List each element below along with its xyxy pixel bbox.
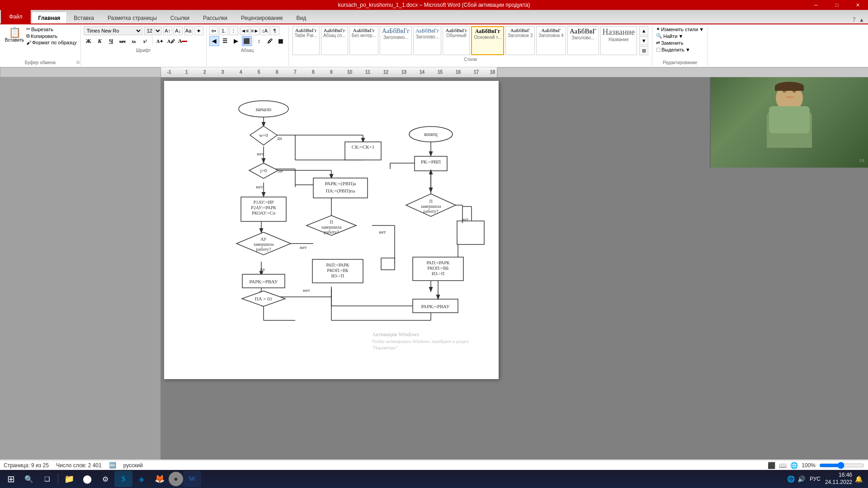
svg-text:j=0: j=0 [260,168,267,173]
tab-file[interactable]: Файл [1,10,31,23]
line-spacing-button[interactable]: ↕ [254,36,264,46]
superscript-button[interactable]: х² [140,36,150,46]
main-area: Int да не [0,77,868,460]
tab-mail[interactable]: Рассылки [196,12,234,23]
taskbar-separator-1 [58,474,58,484]
styles-scroll-down[interactable]: ▼ [639,36,648,45]
obs-button[interactable]: ● [169,472,183,486]
style-title[interactable]: Название Название [600,26,637,55]
underline-button[interactable]: Ч [106,36,116,46]
close-button[interactable]: ✕ [847,0,868,10]
font-label: Шрифт [84,47,203,53]
shading-button[interactable]: 🖊 [265,36,275,46]
style-heading4[interactable]: АаБбВвГ Заголовок 4 [536,26,566,55]
font-shrink-button[interactable]: A↓ [174,26,183,35]
tab-view[interactable]: Вид [290,12,313,23]
svg-text:15: 15 [438,70,443,75]
sort-button[interactable]: ↕A [260,26,269,35]
help-icon[interactable]: ? [853,16,855,23]
bullets-button[interactable]: ≡• [209,26,218,35]
svg-text:да: да [260,266,265,272]
tab-home[interactable]: Главная [32,12,67,24]
view-web-icon[interactable]: 🌐 [790,462,798,469]
highlight-button[interactable]: A🖊 [166,36,176,46]
borders-button[interactable]: ▦ [276,36,286,46]
paste-button[interactable]: 📋 Вставить [4,26,25,44]
task-view-button[interactable]: ❑ [38,471,56,487]
numbering-button[interactable]: 1. [219,26,228,35]
bold-button[interactable]: Ж [84,36,94,46]
clipboard-expand-icon[interactable]: ⧉ [76,60,80,65]
font-grow-button[interactable]: A↑ [163,26,172,35]
chrome-button[interactable]: ⬤ [78,471,96,487]
word-button[interactable]: W [183,471,201,487]
volume-icon[interactable]: 🔊 [797,475,805,483]
start-button[interactable]: ⊞ [2,471,20,487]
notifications-icon[interactable]: 🔔 [855,475,863,483]
language-indicator[interactable]: русский [123,462,143,469]
clear-format-button[interactable]: ✦ [194,26,203,35]
align-right-button[interactable]: ▶ [231,36,241,46]
style-heading3[interactable]: АаБбВвГ Заголовок 3 [505,26,535,55]
cut-button[interactable]: ✂ Вырезать [26,26,77,32]
format-painter-button[interactable]: 🖌 Формат по образцу [26,40,77,45]
style-heading1[interactable]: АаБбВвГг Заголовко... [380,26,412,55]
minimize-button[interactable]: ─ [806,0,826,10]
text-effect-button[interactable]: A✦ [155,36,165,46]
tab-review[interactable]: Рецензирование [234,12,290,23]
multilevel-button[interactable]: ⋮ [229,26,238,35]
subscript-button[interactable]: х₂ [129,36,139,46]
zoom-slider[interactable] [819,462,864,469]
style-no-space[interactable]: АаБбВвГг Без интер... [349,26,378,55]
editing-label: Редактирование [656,59,704,65]
justify-button[interactable]: ⬛ [242,36,252,46]
minimize-ribbon-icon[interactable]: ▲ [859,17,864,23]
svg-text:Р2АУ:=РАРК: Р2АУ:=РАРК [251,205,276,210]
tab-insert[interactable]: Вставка [67,12,101,23]
change-case-button[interactable]: Аа [184,26,193,35]
style-main-text[interactable]: АаБбВвГг Основной т... [471,26,504,55]
file-explorer-button[interactable]: 📁 [60,471,78,487]
maximize-button[interactable]: □ [826,0,847,10]
font-size-select[interactable]: 12 [144,26,162,35]
align-left-button[interactable]: ◀ [209,36,219,46]
firefox-button[interactable]: 🦊 [151,471,169,487]
search-button[interactable]: 🔍 [20,471,38,487]
network-icon[interactable]: 🌐 [787,475,795,483]
svg-text:РКОП:=ВБ: РКОП:=ВБ [427,266,449,271]
svg-text:работу?: работу? [256,247,271,252]
view-normal-icon[interactable]: ⬛ [768,462,775,469]
style-normal[interactable]: АаБбВвГг Обычный [443,26,470,55]
font-name-select[interactable]: Times New Ro [84,26,142,35]
styles-scroll-up[interactable]: ▲ [639,26,648,35]
find-button[interactable]: 🔍 Найти ▼ [656,33,683,39]
style-abzac[interactable]: АаБбВвГг Абзац сп... [321,26,348,55]
settings-button[interactable]: ⚙ [96,471,114,487]
replace-button[interactable]: ⇌ Заменить [656,40,683,46]
style-heading5[interactable]: АаБбВвГ Заголово... [567,26,599,55]
styles-expand[interactable]: ⊞ [639,46,648,55]
decrease-indent-button[interactable]: ◄≡ [241,26,250,35]
change-styles-button[interactable]: ✦ Изменить стили ▼ [656,26,704,32]
style-heading2[interactable]: АаБбВвГг Заголово... [413,26,441,55]
tab-refs[interactable]: Ссылки [164,12,196,23]
doc-page: да нет да нет да нет [164,81,499,379]
skype-button[interactable]: S [114,471,132,487]
copy-button[interactable]: ⧉ Копировать [26,33,77,39]
lang-indicator[interactable]: РУС [808,476,822,482]
style-table-par[interactable]: АаБбВвГг Table Par... [292,26,320,55]
strikethrough-button[interactable]: зач [118,36,127,46]
tab-layout[interactable]: Разметка страницы [101,12,164,23]
view-reading-icon[interactable]: 📖 [779,462,787,469]
increase-indent-button[interactable]: ≡► [250,26,259,35]
svg-text:Чтобы активировать Windows, пе: Чтобы активировать Windows, перейдите в … [372,339,468,344]
select-button[interactable]: ⬚ Выделить ▼ [656,47,690,52]
show-marks-button[interactable]: ¶ [270,26,279,35]
vscode-button[interactable]: ◈ [132,471,151,487]
font-color-button[interactable]: A [178,36,188,46]
align-center-button[interactable]: ☰ [220,36,230,46]
clock[interactable]: 16:46 24.11.2022 [825,472,852,486]
italic-button[interactable]: К [95,36,105,46]
svg-text:Р1АУ:=ИР: Р1АУ:=ИР [254,200,274,205]
svg-text:11: 11 [365,70,371,75]
